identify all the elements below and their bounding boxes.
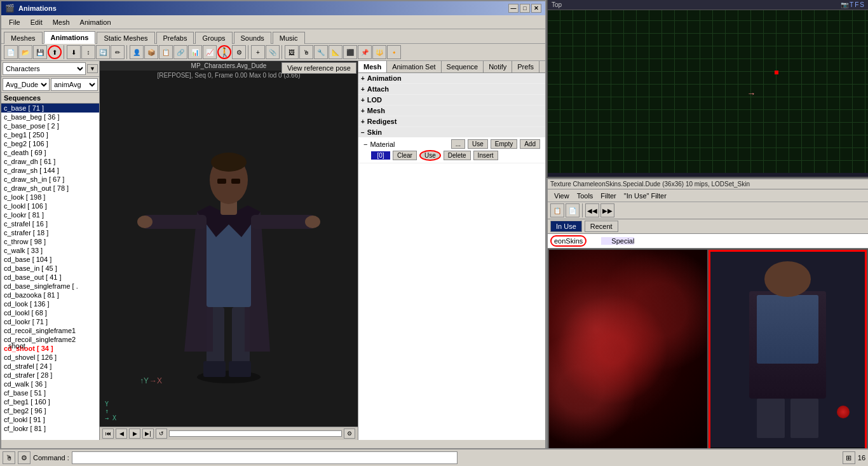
filter-inuse-button[interactable]: In Use <box>550 221 582 232</box>
seq-item-6[interactable]: c_draw_dh [ 61 ] <box>1 157 99 166</box>
toolbar-btn-11[interactable]: 📋 <box>159 45 173 59</box>
toolbar-btn-9[interactable]: 👤 <box>130 45 144 59</box>
material-insert-button[interactable]: Insert <box>473 151 498 160</box>
seq-item-0[interactable]: c_base [ 71 ] <box>1 104 99 113</box>
tex-menu-filter[interactable]: Filter <box>597 191 620 201</box>
playback-step-back[interactable]: ◀ <box>116 428 127 439</box>
grid-icon[interactable]: ⊞ <box>843 451 855 464</box>
texture-cell-burnvictim[interactable]: Texture BurnVictim [DXT3] (512x512) 10 m… <box>549 250 707 465</box>
seq-item-24[interactable]: cd_lookr [ 71 ] <box>1 317 99 326</box>
toolbar-figure-highlighted[interactable]: 🚶 <box>217 45 231 59</box>
filter-recent-button[interactable]: Recent <box>585 221 618 232</box>
menu-mesh[interactable]: Mesh <box>48 17 75 27</box>
toolbar-btn-12[interactable]: 🔗 <box>173 45 187 59</box>
toolbar-btn-21[interactable]: 🔧 <box>314 45 328 59</box>
toolbar-btn-26[interactable]: 🔸 <box>387 45 401 59</box>
toolbar-btn-7[interactable]: 🔄 <box>96 45 110 59</box>
tex-tree-sub-special[interactable]: Special <box>601 237 634 245</box>
toolbar-btn-6[interactable]: ↕ <box>81 45 95 59</box>
toolbar-btn-17[interactable]: + <box>251 45 265 59</box>
prop-tab-prefs[interactable]: Prefs <box>512 61 539 72</box>
toolbar-btn-23[interactable]: ⬛ <box>343 45 357 59</box>
menu-animation[interactable]: Animation <box>75 17 116 27</box>
seq-item-8[interactable]: c_draw_sh_in [ 67 ] <box>1 175 99 184</box>
prop-group-redigest-header[interactable]: + Redigest <box>358 116 545 127</box>
seq-item-4[interactable]: c_beg2 [ 106 ] <box>1 139 99 148</box>
seq-item-21[interactable]: cd_bazooka [ 81 ] <box>1 291 99 299</box>
playback-play[interactable]: ▶ <box>129 428 140 439</box>
seq-item-26[interactable]: cd_recoil_singleframe2 <box>1 335 99 344</box>
prop-group-skin-header[interactable]: − Skin <box>358 127 545 137</box>
seq-item-18[interactable]: cd_base_in [ 45 ] <box>1 264 99 273</box>
prop-group-mesh-header[interactable]: + Mesh <box>358 106 545 116</box>
tex-toolbar-next[interactable]: ▶▶ <box>600 203 614 217</box>
tab-music[interactable]: Music <box>273 32 305 44</box>
tab-meshes[interactable]: Meshes <box>4 32 43 44</box>
seq-item-7[interactable]: c_draw_sh [ 144 ] <box>1 166 99 175</box>
tab-animations[interactable]: Animations <box>44 31 96 44</box>
seq-item-31[interactable]: cd_walk [ 36 ] <box>1 380 99 388</box>
mesh-dropdown[interactable]: Avg_Dude <box>3 78 50 91</box>
toolbar-btn-22[interactable]: 📐 <box>329 45 342 59</box>
seq-item-17[interactable]: cd_base [ 104 ] <box>1 255 99 264</box>
tab-prefabs[interactable]: Prefabs <box>156 32 194 44</box>
seq-item-35[interactable]: cf_lookl [ 91 ] <box>1 415 99 424</box>
material-empty-button[interactable]: Empty <box>491 139 517 149</box>
seq-item-20[interactable]: cd_base_singleframe [ . <box>1 282 99 291</box>
status-icon-1[interactable]: 🖱 <box>3 451 15 464</box>
minimize-button[interactable]: — <box>508 4 519 13</box>
view-reference-pose-button[interactable]: View reference pose <box>281 62 356 74</box>
tex-toolbar-prev[interactable]: ◀◀ <box>585 203 599 217</box>
seq-item-13[interactable]: c_strafel [ 16 ] <box>1 219 99 228</box>
timeline-scrubber[interactable] <box>169 430 342 437</box>
toolbar-highlighted-1[interactable]: ⬆ <box>48 45 62 59</box>
tex-menu-inuse[interactable]: "In Use" Filter <box>620 191 670 201</box>
seq-item-11[interactable]: c_lookl [ 106 ] <box>1 202 99 210</box>
prop-tab-mesh[interactable]: Mesh <box>358 61 387 72</box>
playback-rewind[interactable]: ⏮ <box>102 428 114 439</box>
material-ellipsis-button[interactable]: ... <box>451 139 465 149</box>
top-viewport-grid[interactable]: → <box>548 10 868 173</box>
prop-tab-animset[interactable]: Animation Set <box>387 61 441 72</box>
status-icon-2[interactable]: ⚙ <box>18 451 31 464</box>
toolbar-btn-19[interactable]: 🖼 <box>285 45 299 59</box>
material-use-button[interactable]: Use <box>419 150 441 161</box>
seq-item-30[interactable]: cd_strafer [ 28 ] <box>1 371 99 380</box>
tex-menu-tools[interactable]: Tools <box>573 191 597 201</box>
prop-group-attach-header[interactable]: + Attach <box>358 84 545 94</box>
seq-item-27[interactable]: cd_shoot [ 34 ] <box>1 344 99 353</box>
toolbar-btn-8[interactable]: ✏ <box>111 45 125 59</box>
toolbar-btn-16[interactable]: ⚙ <box>232 45 246 59</box>
viewport-body[interactable]: ↑Y →X Y ↑ → X <box>100 80 358 427</box>
material-delete-button[interactable]: Delete <box>444 151 471 160</box>
seq-item-23[interactable]: cd_lookl [ 68 ] <box>1 308 99 317</box>
f-icon[interactable]: F <box>855 1 858 8</box>
seq-item-36[interactable]: cf_lookr [ 81 ] <box>1 424 99 433</box>
toolbar-btn-10[interactable]: 📦 <box>144 45 158 59</box>
tab-groups[interactable]: Groups <box>195 32 232 44</box>
maximize-button[interactable]: □ <box>520 4 530 13</box>
tex-toolbar-btn2[interactable]: 📄 <box>566 203 580 217</box>
toolbar-btn-13[interactable]: 📊 <box>188 45 202 59</box>
texture-cell-dude[interactable]: Texture Dude [DXT3] (512x512) 10 mips, L… <box>709 250 867 465</box>
tex-toolbar-btn1[interactable]: 📋 <box>550 203 564 217</box>
menu-edit[interactable]: Edit <box>25 17 48 27</box>
prop-tab-notify[interactable]: Notify <box>484 61 512 72</box>
seq-item-22[interactable]: cd_look [ 136 ] <box>1 299 99 308</box>
seq-item-15[interactable]: c_throw [ 98 ] <box>1 237 99 246</box>
3d-viewport[interactable]: View reference pose MP_Characters.Avg_Du… <box>100 61 358 440</box>
t-icon[interactable]: T <box>850 1 853 8</box>
toolbar-save[interactable]: 💾 <box>33 45 47 59</box>
tex-menu-view[interactable]: View <box>550 191 573 201</box>
menu-file[interactable]: File <box>4 17 25 27</box>
seq-item-10[interactable]: c_look [ 198 ] <box>1 193 99 202</box>
seq-item-1[interactable]: c_base_beg [ 36 ] <box>1 113 99 121</box>
prop-tab-sequence[interactable]: Sequence <box>442 61 484 72</box>
seq-item-19[interactable]: cd_base_out [ 41 ] <box>1 273 99 282</box>
toolbar-btn-25[interactable]: 🔱 <box>372 45 386 59</box>
material-add-button[interactable]: Add <box>520 139 540 149</box>
seq-item-12[interactable]: c_lookr [ 81 ] <box>1 210 99 219</box>
playback-loop[interactable]: ↺ <box>156 428 167 439</box>
seq-item-2[interactable]: c_base_pose [ 2 ] <box>1 121 99 130</box>
char-dropdown-arrow[interactable]: ▼ <box>87 64 98 73</box>
